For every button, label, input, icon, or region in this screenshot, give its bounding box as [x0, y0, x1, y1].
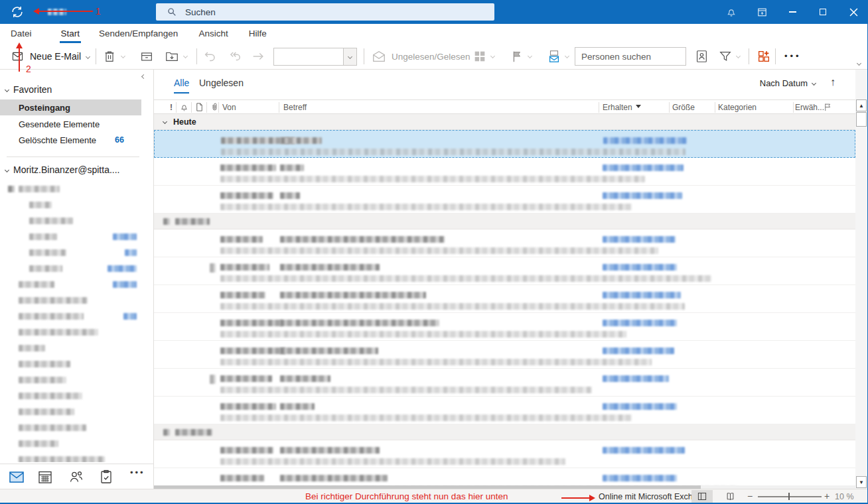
maximize-button[interactable]: [813, 0, 833, 24]
reading-view-button[interactable]: [719, 490, 741, 503]
categorize-icon[interactable]: [472, 49, 487, 64]
search-box[interactable]: [156, 3, 494, 21]
move-dropdown-icon[interactable]: [183, 54, 188, 58]
tab-senden-empfangen[interactable]: Senden/Empfangen: [98, 24, 179, 43]
tab-ungelesen[interactable]: Ungelesen: [199, 78, 244, 88]
folder-item-redacted[interactable]: [0, 308, 154, 324]
sidebar-item-posteingang[interactable]: Posteingang: [0, 99, 141, 115]
column-groesse[interactable]: Größe: [672, 103, 695, 112]
sort-by-button[interactable]: Nach Datum: [760, 78, 816, 88]
combobox-dropdown-button[interactable]: [343, 48, 356, 65]
filter-dropdown-icon[interactable]: [736, 54, 741, 58]
ribbon-collapse-icon[interactable]: [857, 61, 861, 66]
tab-alle[interactable]: Alle: [174, 78, 189, 88]
email-item[interactable]: [154, 397, 855, 424]
delete-dropdown-icon[interactable]: [121, 54, 125, 58]
sidebar-item-geloeschte-elemente[interactable]: Gelöschte Elemente 66: [0, 132, 141, 148]
folder-item-redacted[interactable]: [0, 452, 154, 462]
vertical-scrollbar-thumb[interactable]: [856, 112, 867, 127]
folder-item-redacted[interactable]: [0, 277, 154, 292]
email-item-selected[interactable]: [154, 130, 855, 158]
people-search-box[interactable]: [575, 47, 686, 66]
folder-item-redacted[interactable]: [0, 213, 154, 229]
move-to-folder-icon[interactable]: [165, 49, 179, 64]
group-header[interactable]: Heute: [154, 114, 855, 130]
addins-icon[interactable]: [757, 49, 771, 64]
scroll-down-button[interactable]: ▼: [856, 476, 867, 488]
tab-start[interactable]: Start: [60, 24, 82, 43]
group-header[interactable]: [154, 424, 855, 440]
people-search-input[interactable]: [581, 52, 681, 62]
column-betreff[interactable]: Betreff: [283, 103, 307, 112]
quick-steps-icon[interactable]: [547, 49, 561, 64]
folder-item-redacted[interactable]: [0, 420, 154, 436]
people-nav-icon[interactable]: [68, 469, 84, 485]
folder-item-redacted[interactable]: [0, 197, 154, 213]
column-erhalten[interactable]: Erhalten: [603, 103, 641, 112]
folder-item-redacted[interactable]: [0, 261, 154, 277]
delete-icon[interactable]: [102, 49, 117, 64]
tab-hilfe[interactable]: Hilfe: [248, 24, 268, 43]
tab-ansicht[interactable]: Ansicht: [197, 24, 229, 43]
column-kategorien[interactable]: Kategorien: [718, 103, 757, 112]
email-item[interactable]: [154, 285, 855, 313]
ribbon-display-options-button[interactable]: [752, 0, 772, 24]
zoom-slider-thumb[interactable]: [788, 493, 790, 500]
address-book-icon[interactable]: [694, 49, 709, 64]
filter-icon[interactable]: [718, 49, 733, 64]
more-commands-icon[interactable]: •••: [784, 51, 802, 61]
vertical-scrollbar[interactable]: ▲ ▼: [855, 70, 867, 489]
email-item[interactable]: [154, 440, 855, 468]
folder-item-redacted[interactable]: [0, 404, 154, 420]
folder-item-redacted[interactable]: [0, 229, 154, 245]
sort-direction-icon[interactable]: ↑: [830, 76, 835, 88]
folder-item-redacted[interactable]: [0, 324, 154, 340]
favorites-header[interactable]: Favoriten: [5, 84, 52, 95]
folder-item-redacted[interactable]: [0, 388, 154, 404]
folder-item-redacted[interactable]: [0, 436, 154, 452]
layout-view-button[interactable]: [691, 490, 713, 503]
quick-steps-dropdown-icon[interactable]: [565, 54, 569, 58]
search-input[interactable]: [185, 7, 451, 17]
item-type-icon[interactable]: [194, 102, 204, 112]
minimize-button[interactable]: [782, 0, 802, 24]
folder-item-redacted[interactable]: [0, 356, 154, 372]
notifications-button[interactable]: [721, 0, 741, 24]
column-importance[interactable]: !: [170, 103, 173, 112]
email-item[interactable]: [154, 341, 855, 369]
email-item[interactable]: [154, 313, 855, 341]
zoom-in-button[interactable]: +: [824, 491, 830, 501]
group-header[interactable]: [154, 214, 855, 229]
folder-item-redacted[interactable]: [0, 340, 154, 356]
close-button[interactable]: [843, 0, 863, 24]
tasks-nav-icon[interactable]: [98, 469, 114, 485]
email-item[interactable]: [154, 186, 855, 214]
email-item[interactable]: [154, 468, 855, 485]
more-apps-icon[interactable]: •••: [130, 468, 145, 477]
sidebar-item-gesendete-elemente[interactable]: Gesendete Elemente: [0, 116, 141, 132]
tag-combobox[interactable]: [273, 48, 357, 66]
archive-icon[interactable]: [139, 49, 154, 64]
email-item[interactable]: [154, 229, 855, 257]
account-header[interactable]: Moritz.Binanzer@spitta....: [5, 164, 120, 175]
email-item[interactable]: [154, 158, 855, 186]
collapse-folder-pane-icon[interactable]: [141, 74, 146, 79]
calendar-nav-icon[interactable]: [37, 469, 53, 485]
mention-flag-icon[interactable]: [823, 102, 833, 112]
follow-up-flag-icon[interactable]: [510, 49, 524, 64]
folder-item-redacted[interactable]: [0, 245, 154, 261]
reminder-bell-icon[interactable]: [179, 102, 189, 112]
categorize-dropdown-icon[interactable]: [490, 54, 495, 58]
flag-dropdown-icon[interactable]: [528, 54, 532, 58]
email-item[interactable]: [154, 369, 855, 397]
folder-item-redacted[interactable]: [0, 181, 154, 197]
sync-icon[interactable]: [10, 5, 25, 19]
folder-item-redacted[interactable]: [0, 372, 154, 388]
column-erwaehnungen[interactable]: Erwäh...: [795, 103, 824, 112]
column-von[interactable]: Von: [222, 103, 236, 112]
zoom-out-button[interactable]: −: [747, 491, 753, 501]
zoom-slider-track[interactable]: [758, 496, 822, 497]
mail-nav-icon[interactable]: [9, 469, 25, 485]
folder-item-redacted[interactable]: [0, 292, 154, 308]
scroll-up-button[interactable]: ▲: [856, 99, 867, 111]
